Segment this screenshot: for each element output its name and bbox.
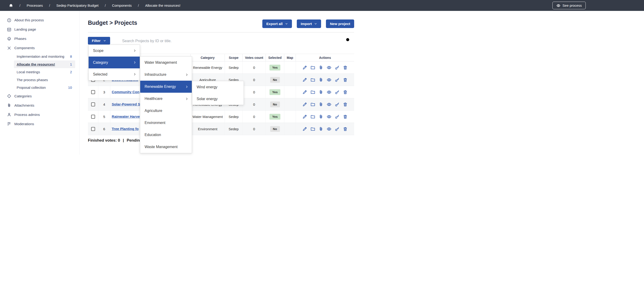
sidebar-item-local-meetings[interactable]: Local meetings2 — [14, 68, 75, 76]
project-title-link[interactable]: Tree Planting fo — [112, 127, 138, 131]
action-folder-button[interactable] — [310, 90, 315, 95]
see-process-button[interactable]: See process — [552, 2, 586, 9]
action-preview-button[interactable] — [327, 90, 332, 95]
row-checkbox[interactable] — [91, 102, 95, 106]
project-map — [284, 110, 296, 123]
action-permissions-button[interactable] — [335, 65, 340, 70]
sidebar-item-label: Implementation and monitoring — [17, 54, 64, 58]
project-title-link[interactable]: Community Con — [112, 90, 140, 94]
action-preview-button[interactable] — [327, 102, 332, 107]
action-folder-button[interactable] — [310, 102, 315, 107]
menu-item-category[interactable]: Category — [88, 57, 140, 68]
action-attachments-button[interactable] — [318, 114, 324, 119]
sidebar-item-about-this-process[interactable]: About this process — [0, 16, 79, 25]
menu-item-agriculture[interactable]: Agriculture — [140, 105, 192, 117]
row-checkbox[interactable] — [91, 115, 95, 119]
row-checkbox[interactable] — [91, 90, 95, 94]
menu-item-selected[interactable]: Selected — [88, 68, 140, 80]
breadcrumb-separator: / — [138, 4, 139, 8]
menu-item-infrastructure[interactable]: Infrastructure — [140, 69, 192, 81]
breadcrumb-item-processes[interactable]: Processes — [26, 4, 43, 8]
menu-item-solar-energy[interactable]: Solar energy — [192, 93, 244, 105]
action-attachments-button[interactable] — [318, 102, 324, 107]
see-process-eye-icon — [556, 4, 560, 8]
row-checkbox[interactable] — [91, 127, 95, 131]
action-preview-button[interactable] — [327, 126, 332, 131]
action-delete-button[interactable] — [343, 102, 348, 107]
project-title-link[interactable]: Solar-Powered S — [112, 102, 140, 106]
filter-button[interactable]: Filter — [88, 37, 110, 45]
info-icon — [7, 18, 11, 23]
column-header-scope: Scope — [224, 54, 242, 61]
action-delete-button[interactable] — [343, 65, 348, 70]
sidebar-item-process-admins[interactable]: Process admins — [0, 110, 79, 119]
breadcrumb-item-allocate-the-resources[interactable]: Allocate the resources! — [145, 4, 180, 8]
action-edit-button[interactable] — [302, 102, 307, 107]
action-preview-button[interactable] — [327, 114, 332, 119]
sidebar-item-proposal-collection[interactable]: Proposal collection10 — [14, 84, 75, 92]
project-map — [284, 74, 296, 86]
action-edit-button[interactable] — [302, 114, 307, 119]
sidebar-item-categories[interactable]: Categories — [0, 92, 79, 101]
menu-item-waste-management[interactable]: Waste Management — [140, 141, 192, 153]
export-all-button[interactable]: Export all — [262, 20, 292, 28]
action-folder-button[interactable] — [310, 114, 315, 119]
action-edit-button[interactable] — [302, 126, 307, 131]
project-scope: Sedep — [224, 123, 242, 135]
sidebar-item-allocate-the-resources[interactable]: Allocate the resources!1 — [14, 61, 75, 68]
action-edit-button[interactable] — [302, 65, 307, 70]
breadcrumb-item-components[interactable]: Components — [112, 4, 132, 8]
sidebar-item-phases[interactable]: Phases — [0, 34, 79, 43]
project-id: 5 — [98, 110, 110, 123]
sidebar-item-implementation-and-monitoring[interactable]: Implementation and monitoring8 — [14, 53, 75, 61]
action-permissions-button[interactable] — [335, 90, 340, 95]
menu-item-label: Wind energy — [196, 85, 218, 89]
categories-icon — [7, 94, 11, 98]
column-header-selected: Selected — [266, 54, 284, 61]
home-icon[interactable] — [9, 3, 13, 8]
menu-item-scope[interactable]: Scope — [88, 45, 140, 57]
chevron-down-icon — [285, 22, 288, 25]
project-votes: 0 — [242, 86, 266, 98]
action-delete-button[interactable] — [343, 90, 348, 95]
action-preview-button[interactable] — [327, 65, 332, 70]
menu-item-education[interactable]: Education — [140, 129, 192, 141]
action-edit-button[interactable] — [302, 90, 307, 95]
menu-item-label: Agriculture — [144, 109, 162, 113]
action-permissions-button[interactable] — [335, 77, 340, 82]
action-permissions-button[interactable] — [335, 126, 340, 131]
import-button[interactable]: Import — [297, 20, 321, 28]
action-edit-button[interactable] — [302, 77, 307, 82]
search-input[interactable] — [122, 37, 325, 44]
sidebar-item-landing-page[interactable]: Landing page — [0, 25, 79, 34]
menu-item-label: Water Management — [144, 61, 177, 65]
action-permissions-button[interactable] — [335, 114, 340, 119]
action-attachments-button[interactable] — [318, 90, 324, 95]
menu-item-environment[interactable]: Environment — [140, 117, 192, 129]
column-header-actions: Actions — [296, 54, 354, 61]
action-attachments-button[interactable] — [318, 126, 324, 131]
action-delete-button[interactable] — [343, 126, 348, 131]
action-folder-button[interactable] — [310, 77, 315, 82]
submenu-arrow-icon — [185, 85, 188, 89]
menu-item-healthcare[interactable]: Healthcare — [140, 93, 192, 105]
action-delete-button[interactable] — [343, 77, 348, 82]
action-delete-button[interactable] — [343, 114, 348, 119]
action-attachments-button[interactable] — [318, 77, 324, 82]
action-folder-button[interactable] — [310, 126, 315, 131]
sidebar-item-the-process-phases[interactable]: The process phases — [14, 76, 75, 84]
project-title-link[interactable]: Rainwater Harve — [112, 114, 140, 119]
breadcrumb-item-sedep-participatory-budget[interactable]: Sedep Participatory Budget — [56, 4, 98, 8]
menu-item-renewable-energy[interactable]: Renewable Energy — [140, 81, 192, 93]
new-project-button[interactable]: New project — [326, 20, 354, 28]
action-preview-button[interactable] — [327, 77, 332, 82]
action-permissions-button[interactable] — [335, 102, 340, 107]
sidebar-item-components[interactable]: Components — [0, 43, 79, 53]
sidebar-item-attachments[interactable]: Attachments — [0, 101, 79, 110]
action-attachments-button[interactable] — [318, 65, 324, 70]
search-icon[interactable] — [345, 37, 351, 43]
sidebar-item-moderations[interactable]: Moderations — [0, 119, 79, 129]
menu-item-wind-energy[interactable]: Wind energy — [192, 81, 244, 93]
menu-item-water-management[interactable]: Water Management — [140, 57, 192, 69]
action-folder-button[interactable] — [310, 65, 315, 70]
